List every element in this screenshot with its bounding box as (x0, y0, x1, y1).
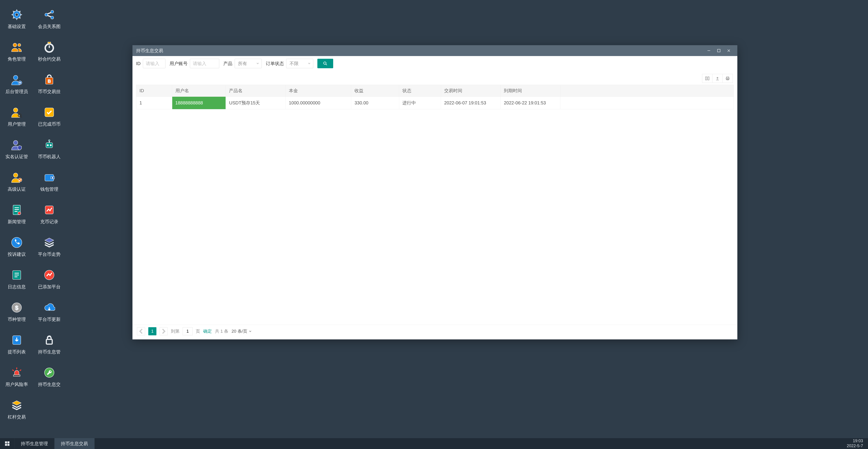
lock-icon (42, 333, 56, 347)
table-row[interactable]: 118888888888USDT预存15天1000.00000000330.00… (136, 97, 734, 109)
taskbar-date: 2022-5-7 (847, 444, 863, 449)
filter-product-value: 所有 (238, 61, 247, 67)
pager: 1 到第 页 确定 共 1 条 20 条/页 (132, 325, 737, 340)
pager-goto-input[interactable] (183, 327, 193, 335)
window-minimize-button[interactable] (704, 45, 714, 56)
desktop-icon-lock[interactable]: 持币生息管 (33, 328, 65, 360)
desktop-icon-phone[interactable]: 投诉建议 (1, 230, 33, 263)
desktop-icon-cloud[interactable]: 平台币更新 (33, 295, 65, 328)
table-header: 产品名 (226, 85, 285, 97)
svg-rect-48 (46, 340, 52, 344)
desktop-icon-label: 平台币走势 (38, 252, 61, 257)
svg-point-4 (13, 108, 18, 113)
filter-product-select[interactable]: 所有 (235, 59, 262, 68)
desktop-icon-robot[interactable]: 币币机器人 (33, 132, 65, 165)
desktop-icon-share[interactable]: 会员关系图 (33, 2, 65, 35)
desktop-icon-chart-round[interactable]: 已添加平台 (33, 263, 65, 295)
desktop-icon-label: 角色管理 (8, 56, 26, 62)
phone-icon (10, 236, 24, 249)
pager-prev-button[interactable] (137, 327, 145, 335)
svg-point-40 (50, 145, 52, 146)
desktop-icon-label: 日志信息 (8, 284, 26, 289)
desktop-icon-user-add[interactable]: 后台管理员 (1, 67, 33, 100)
desktop-icon-check[interactable]: 已完成币币 (33, 100, 65, 132)
svg-rect-57 (708, 77, 709, 80)
desktop-icon-user-search[interactable]: 用户管理 (1, 100, 33, 132)
start-button[interactable] (0, 438, 14, 449)
window-close-button[interactable] (724, 45, 734, 56)
chart-icon (42, 203, 56, 217)
pager-pagesize-select[interactable]: 20 条/页 (231, 328, 252, 334)
chevron-down-icon (256, 61, 259, 66)
svg-point-1 (18, 43, 21, 46)
filter-account-input[interactable] (190, 59, 219, 68)
desktop-icon-label: 币币交易挂 (38, 89, 61, 94)
filter-account-label: 用户账号 (169, 61, 188, 67)
svg-text:B: B (48, 78, 51, 84)
taskbar-clock[interactable]: 19:03 2022-5-7 (842, 438, 868, 449)
filter-id-label: ID (136, 61, 141, 66)
desktop-icon-wrench[interactable]: 持币生息交 (33, 360, 65, 393)
pager-page-1[interactable]: 1 (148, 327, 156, 335)
desktop-icon-siren[interactable]: 用户风险率 (1, 360, 33, 393)
chevron-down-icon (308, 61, 311, 66)
columns-button[interactable] (702, 74, 712, 83)
desktop-icon-layers[interactable]: 平台币走势 (33, 230, 65, 263)
svg-rect-61 (726, 78, 729, 79)
search-button[interactable] (317, 59, 333, 68)
taskbar-item[interactable]: 持币生息交易 (55, 438, 94, 449)
desktop-icon-bag[interactable]: B币币交易挂 (33, 67, 65, 100)
svg-point-7 (13, 140, 18, 145)
data-table-wrapper: ID用户名产品名本金收益状态交易时间到期时间 118888888888USDT预… (132, 85, 737, 109)
desktop-icon-wallet[interactable]: 钱包管理 (33, 165, 65, 197)
filter-account: 用户账号 (169, 59, 219, 68)
desktop-icon-coin[interactable]: $币种管理 (1, 295, 33, 328)
window-maximize-button[interactable] (714, 45, 724, 56)
filter-status-label: 订单状态 (266, 61, 284, 67)
filter-id-input[interactable] (143, 59, 165, 68)
svg-rect-23 (13, 375, 20, 377)
print-button[interactable] (722, 74, 733, 83)
desktop-icon-gear[interactable]: 基础设置 (1, 2, 33, 35)
desktop-icon-timer[interactable]: 秒合约交易 (33, 35, 65, 67)
desktop-icon-label: 实名认证管 (5, 154, 28, 159)
pager-confirm-button[interactable]: 确定 (203, 328, 212, 334)
desktop-icon-log[interactable]: 日志信息 (1, 263, 33, 295)
svg-line-30 (48, 12, 51, 14)
taskbar-item[interactable]: 持币生息管理 (14, 438, 55, 449)
desktop-icon-chart[interactable]: 充币记录 (33, 197, 65, 230)
window-title: 持币生息交易 (136, 48, 704, 54)
desktop-icon-users[interactable]: 角色管理 (1, 35, 33, 67)
desktop-icon-user-badge[interactable]: 高级认证 (1, 165, 33, 197)
svg-point-8 (13, 173, 18, 178)
svg-point-14 (18, 212, 21, 215)
desktop-icon-download[interactable]: 提币列表 (1, 328, 33, 360)
windows-icon (4, 441, 10, 447)
filter-product: 产品 所有 (223, 59, 262, 68)
desktop-icon-label: 后台管理员 (5, 89, 28, 94)
export-button[interactable] (712, 74, 723, 83)
doc-icon (10, 203, 24, 217)
desktop-icon-user-shield[interactable]: 实名认证管 (1, 132, 33, 165)
window-titlebar: 持币生息交易 (132, 45, 737, 56)
desktop-icon-doc[interactable]: 新闻管理 (1, 197, 33, 230)
taskbar-time: 19:03 (853, 439, 863, 444)
pager-next-button[interactable] (160, 327, 168, 335)
user-badge-icon (10, 170, 24, 184)
svg-point-54 (324, 62, 326, 64)
desktop-icon-label: 钱包管理 (40, 186, 58, 192)
filter-status-select[interactable]: 不限 (286, 59, 313, 68)
svg-point-45 (52, 177, 53, 178)
desktop-icon-label: 提币列表 (8, 349, 26, 355)
gear-icon (10, 8, 24, 22)
table-header: 用户名 (172, 85, 226, 97)
desktop-icon-layers[interactable]: 杠杆交易 (1, 393, 33, 425)
svg-rect-56 (706, 77, 707, 80)
chevron-down-icon (249, 330, 252, 333)
svg-rect-64 (7, 441, 9, 443)
layers-icon (42, 236, 56, 249)
pager-total: 共 1 条 (215, 328, 228, 334)
user-cell[interactable]: 18888888888 (172, 97, 226, 109)
timer-icon (42, 40, 56, 54)
desktop-icon-label: 币币机器人 (38, 154, 61, 159)
